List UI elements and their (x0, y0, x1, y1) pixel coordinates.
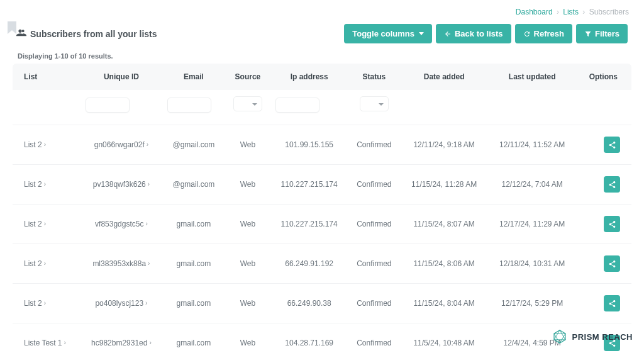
funnel-icon (584, 30, 592, 38)
breadcrumb-current: Subscribers (589, 8, 629, 16)
cell-status: Confirmed (348, 205, 400, 244)
list-link[interactable]: List 2› (24, 299, 46, 308)
row-options-button[interactable] (604, 137, 620, 153)
cell-last-updated: 12/17/24, 5:29 PM (488, 284, 576, 323)
back-to-lists-button[interactable]: Back to lists (436, 24, 511, 43)
cell-last-updated: 12/12/24, 7:04 AM (488, 165, 576, 205)
list-link[interactable]: Liste Test 1› (24, 339, 66, 347)
cell-status: Confirmed (348, 125, 400, 165)
list-link[interactable]: List 2› (24, 259, 46, 268)
uid-link[interactable]: vf853gdgstc5c› (95, 220, 148, 228)
cell-last-updated: 12/11/24, 11:52 AM (488, 125, 576, 165)
page-title-text: Subscribers from all your lists (30, 29, 157, 39)
toggle-columns-button[interactable]: Toggle columns (344, 24, 432, 43)
list-link[interactable]: List 2› (24, 220, 46, 228)
back-to-lists-label: Back to lists (455, 29, 503, 38)
chevron-right-icon: › (44, 300, 46, 306)
cell-date-added: 11/5/24, 10:48 AM (400, 323, 488, 354)
filter-email-input[interactable] (167, 98, 211, 113)
cell-date-added: 12/11/24, 9:18 AM (400, 125, 488, 165)
uid-link[interactable]: po408lyscj123› (95, 299, 147, 308)
col-options: Options (576, 64, 631, 90)
svg-marker-1 (554, 330, 565, 340)
breadcrumb-dashboard[interactable]: Dashboard (516, 8, 553, 16)
uid-link[interactable]: pv138qwf3k626› (93, 180, 150, 189)
refresh-icon (523, 30, 531, 38)
chevron-right-icon: › (44, 221, 46, 227)
cell-status: Confirmed (348, 244, 400, 284)
cell-source: Web (225, 323, 270, 354)
chevron-right-icon: › (44, 142, 46, 148)
col-status[interactable]: Status (348, 64, 400, 90)
row-options-button[interactable] (604, 216, 620, 232)
filters-label: Filters (595, 29, 619, 38)
col-unique-id[interactable]: Unique ID (80, 64, 162, 90)
subscribers-table: List Unique ID Email Source Ip address S… (13, 64, 631, 353)
chevron-down-icon (419, 32, 424, 35)
cell-source: Web (225, 165, 270, 205)
cell-ip: 101.99.15.155 (270, 125, 348, 165)
cell-date-added: 11/15/24, 8:06 AM (400, 244, 488, 284)
row-options-button[interactable] (604, 176, 620, 193)
cell-last-updated: 12/17/24, 11:29 AM (488, 205, 576, 244)
toggle-columns-label: Toggle columns (352, 29, 414, 38)
col-list[interactable]: List (13, 64, 80, 90)
cell-date-added: 11/15/24, 8:04 AM (400, 284, 488, 323)
col-ip[interactable]: Ip address (270, 64, 348, 90)
filter-ip-input[interactable] (275, 98, 319, 113)
svg-marker-2 (554, 333, 565, 343)
list-link[interactable]: List 2› (24, 140, 46, 149)
col-email[interactable]: Email (162, 64, 225, 90)
cell-ip: 110.227.215.174 (270, 205, 348, 244)
row-options-button[interactable] (604, 255, 620, 272)
brand-watermark: PRISM REACH (552, 329, 633, 344)
breadcrumb-sep: › (555, 8, 561, 16)
col-source[interactable]: Source (225, 64, 270, 90)
refresh-button[interactable]: Refresh (515, 24, 572, 43)
cell-email: gmail.com (162, 284, 225, 323)
chevron-right-icon: › (148, 181, 150, 188)
table-row: List 2›vf853gdgstc5c›gmail.comWeb110.227… (13, 205, 631, 244)
cell-date-added: 11/15/24, 11:28 AM (400, 165, 488, 205)
cell-last-updated: 12/18/24, 10:31 AM (488, 244, 576, 284)
brand-logo-icon (552, 329, 567, 344)
cell-status: Confirmed (348, 284, 400, 323)
filter-status-select[interactable] (360, 96, 389, 111)
col-date-added[interactable]: Date added (400, 64, 488, 90)
row-options-button[interactable] (604, 295, 620, 311)
list-link[interactable]: List 2› (24, 180, 46, 189)
page-title: Subscribers from all your lists (16, 28, 157, 39)
cell-status: Confirmed (348, 165, 400, 205)
breadcrumb-lists[interactable]: Lists (563, 8, 579, 16)
uid-link[interactable]: gn066rwgar02f› (94, 140, 148, 149)
cell-source: Web (225, 205, 270, 244)
chevron-right-icon: › (147, 142, 148, 148)
table-row: List 2›pv138qwf3k626›@gmail.comWeb110.22… (13, 165, 631, 205)
cell-source: Web (225, 125, 270, 165)
cell-email: @gmail.com (162, 165, 225, 205)
uid-link[interactable]: ml383953xk88a› (92, 259, 150, 268)
cell-email: gmail.com (162, 323, 225, 354)
chevron-right-icon: › (64, 340, 65, 346)
filter-source-select[interactable] (233, 96, 262, 111)
result-count-text: Displaying 1-10 of 10 results. (13, 50, 631, 64)
people-icon (16, 28, 26, 39)
refresh-label: Refresh (534, 29, 564, 38)
cell-ip: 110.227.215.174 (270, 165, 348, 205)
filters-button[interactable]: Filters (576, 24, 628, 43)
col-last-updated[interactable]: Last updated (488, 64, 576, 90)
breadcrumb-sep: › (580, 8, 587, 16)
table-row: List 2›gn066rwgar02f›@gmail.comWeb101.99… (13, 125, 631, 165)
cell-email: gmail.com (162, 205, 225, 244)
filter-row (13, 90, 631, 125)
cell-email: @gmail.com (162, 125, 225, 165)
chevron-right-icon: › (145, 221, 147, 227)
cell-ip: 66.249.91.192 (270, 244, 348, 284)
table-row: List 2›ml383953xk88a›gmail.comWeb66.249.… (13, 244, 631, 284)
table-row: List 2›po408lyscj123›gmail.comWeb66.249.… (13, 284, 631, 323)
uid-link[interactable]: hc982bm2931ed› (91, 339, 152, 347)
filter-unique-id-input[interactable] (86, 98, 130, 113)
arrow-left-icon (444, 30, 452, 38)
brand-name: PRISM REACH (572, 332, 633, 342)
cell-status: Confirmed (348, 323, 400, 354)
